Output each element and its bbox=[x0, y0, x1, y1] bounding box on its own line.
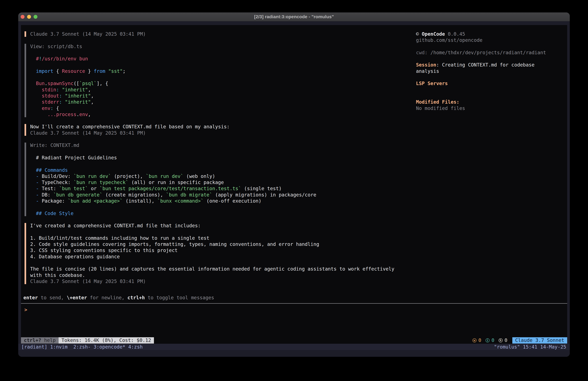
counter-value: 0 bbox=[504, 337, 507, 343]
text-segment: `bun test` bbox=[59, 186, 88, 191]
text-segment: "inherit" bbox=[62, 87, 88, 92]
text-segment: for newline, bbox=[87, 295, 127, 300]
text-line: 4. Database operations guidance bbox=[30, 254, 394, 260]
text-segment: : bbox=[59, 93, 62, 99]
window-titlebar[interactable]: [2/3] radiant:3:opencode - "romulus" bbox=[18, 12, 570, 21]
text-segment: `bun db migrate` bbox=[166, 192, 212, 198]
text-line: LSP Servers bbox=[416, 80, 546, 87]
text-segment: } bbox=[85, 68, 94, 74]
text-segment bbox=[30, 186, 36, 191]
text-line: 1. Build/lint/test commands including ho… bbox=[30, 235, 394, 241]
text-segment: 0.0.45 bbox=[448, 31, 465, 37]
text-line: - Test: `bun test` or `bun test packages… bbox=[30, 185, 394, 192]
tmux-session-windows[interactable]: [radiant] 1:nvim 2:zsh- 3:opencode* 4:zs… bbox=[18, 344, 143, 350]
text-segment: © bbox=[416, 31, 422, 37]
text-segment bbox=[62, 99, 65, 105]
zoom-button[interactable] bbox=[34, 15, 38, 19]
minimize-button[interactable] bbox=[27, 15, 31, 19]
text-segment: (all) or run in specific package bbox=[128, 179, 224, 185]
i-counter: i0 bbox=[485, 337, 494, 343]
tmux-host-time: "romulus" 15:41 14-May-25 bbox=[494, 344, 570, 350]
text-line: Modified Files: bbox=[416, 99, 546, 105]
text-segment: { bbox=[53, 105, 59, 111]
text-line: with this codebase. bbox=[30, 272, 394, 278]
session-panel: © OpenCode 0.0.45github.com/sst/opencode… bbox=[416, 31, 546, 112]
text-segment: stderr bbox=[42, 99, 59, 105]
text-segment: ctrl+? bbox=[24, 337, 41, 343]
text-segment: Test: bbox=[39, 186, 59, 191]
text-segment bbox=[30, 210, 36, 216]
text-line: No modified files bbox=[416, 105, 546, 112]
text-segment bbox=[30, 68, 36, 74]
prompt-input[interactable]: > bbox=[24, 307, 27, 313]
text-line bbox=[30, 204, 394, 210]
text-segment: The file is concise (20 lines) and captu… bbox=[30, 266, 394, 272]
text-segment: , bbox=[91, 99, 94, 105]
text-segment: ...process bbox=[47, 112, 76, 117]
text-segment bbox=[30, 99, 42, 105]
text-segment: github.com/sst/opencode bbox=[416, 37, 483, 43]
text-line: Now I'll create a comprehensive CONTEXT.… bbox=[30, 124, 394, 130]
w-counter: w0 bbox=[472, 337, 481, 343]
text-line: ## Code Style bbox=[30, 210, 394, 217]
text-segment bbox=[30, 87, 42, 92]
text-segment bbox=[445, 31, 448, 37]
help-badge[interactable]: ctrl+? help bbox=[21, 337, 59, 344]
text-segment: . bbox=[45, 81, 48, 86]
text-segment bbox=[30, 81, 36, 86]
text-segment: `bun run dev` bbox=[146, 173, 183, 179]
text-segment: "inherit" bbox=[65, 93, 91, 99]
text-line: Session: Creating CONTEXT.md for codebas… bbox=[416, 62, 546, 68]
text-segment: import bbox=[36, 68, 53, 74]
text-segment: ## Code Style bbox=[36, 210, 74, 216]
text-segment: spawnSync bbox=[47, 81, 73, 86]
text-segment: (web only) bbox=[183, 173, 215, 179]
text-segment: "inherit" bbox=[65, 99, 91, 105]
chat-column: Claude 3.7 Sonnet (14 May 2025 03:41 PM)… bbox=[24, 31, 394, 291]
text-segment bbox=[59, 87, 62, 92]
text-line bbox=[30, 49, 394, 56]
text-segment: enter bbox=[23, 295, 38, 300]
text-segment: : Creating CONTEXT.md for codebase bbox=[436, 62, 534, 68]
text-segment: ([ bbox=[74, 81, 79, 86]
text-segment: to send, bbox=[38, 295, 67, 300]
tokens-cost-badge: Tokens: 16.4K (8%), Cost: $0.12 bbox=[59, 337, 154, 344]
text-segment: - bbox=[36, 192, 39, 198]
text-segment: env bbox=[79, 112, 88, 117]
text-line: - DB: `bun db generate` (create migratio… bbox=[30, 192, 394, 198]
text-line: Claude 3.7 Sonnet (14 May 2025 03:41 PM) bbox=[30, 130, 394, 136]
status-bar-left: ctrl+? help Tokens: 16.4K (8%), Cost: $0… bbox=[21, 337, 154, 344]
text-line: import { Resource } from "sst"; bbox=[30, 68, 394, 74]
counter-value: 0 bbox=[479, 337, 481, 343]
text-segment: ! bbox=[39, 56, 42, 62]
terminal-body: Claude 3.7 Sonnet (14 May 2025 03:41 PM)… bbox=[18, 21, 570, 357]
text-segment: help bbox=[41, 337, 56, 343]
text-segment: \+enter bbox=[67, 295, 87, 300]
text-segment: Resource bbox=[62, 68, 85, 74]
model-badge[interactable]: Claude 3.7 Sonnet bbox=[512, 337, 567, 344]
text-segment: No modified files bbox=[416, 105, 465, 111]
text-segment: env bbox=[42, 105, 50, 111]
text-line: 2. Code style guidelines covering import… bbox=[30, 241, 394, 247]
text-segment: DB: bbox=[39, 192, 53, 198]
text-segment bbox=[30, 112, 47, 117]
message-block-tool: View: script/db.ts #!/usr/bin/env bun im… bbox=[24, 44, 394, 118]
text-segment: Claude 3.7 Sonnet (14 May 2025 03:41 PM) bbox=[30, 31, 146, 37]
text-segment: to toggle tool messages bbox=[145, 295, 214, 300]
text-line: Claude 3.7 Sonnet (14 May 2025 03:41 PM) bbox=[30, 31, 394, 37]
text-line: stderr: "inherit", bbox=[30, 99, 394, 105]
text-line bbox=[416, 93, 546, 99]
text-line bbox=[416, 56, 546, 62]
text-segment: (create migrations), bbox=[103, 192, 166, 198]
text-segment: with this codebase. bbox=[30, 272, 85, 278]
text-segment: - bbox=[36, 198, 39, 204]
text-line: cwd: /home/thdxr/dev/projects/radiant/ra… bbox=[416, 49, 546, 56]
text-segment: : bbox=[50, 105, 53, 111]
text-segment: `bun db generate` bbox=[53, 192, 103, 198]
text-segment: /usr/bin/env bun bbox=[42, 56, 88, 62]
close-button[interactable] bbox=[21, 15, 24, 19]
text-segment: 3. CSS styling conventions specific to t… bbox=[30, 247, 177, 253]
text-segment bbox=[30, 173, 36, 179]
i-circle-icon: i bbox=[485, 338, 490, 342]
text-line bbox=[30, 149, 394, 155]
